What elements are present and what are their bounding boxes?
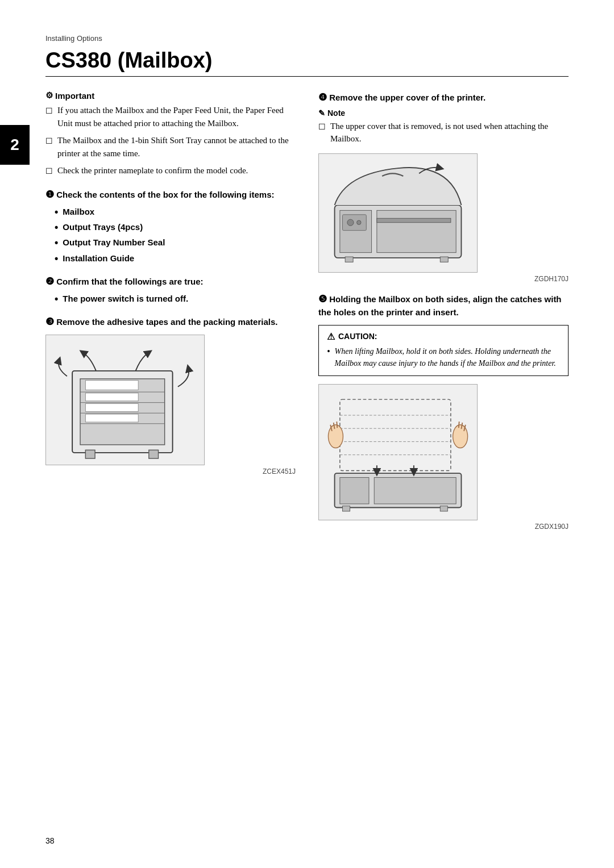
svg-point-35 (453, 425, 468, 448)
step-5-caption: ZGDX190J (318, 523, 569, 531)
svg-rect-8 (85, 404, 138, 412)
header-section: Installing Options CS380 (Mailbox) (45, 34, 569, 77)
checkbox-sym: ☐ (45, 165, 53, 177)
step-4: ❹ Remove the upper cover of the printer.… (318, 90, 569, 283)
list-item: The power switch is turned off. (55, 293, 296, 306)
svg-rect-26 (340, 399, 451, 470)
main-content: ⚙ Important ☐ If you attach the Mailbox … (45, 90, 569, 540)
svg-rect-20 (440, 257, 448, 262)
note-box: ✎ Note ☐ The upper cover that is removed… (318, 108, 569, 145)
checkbox-sym: ☐ (45, 105, 53, 117)
step-4-diagram (318, 153, 478, 273)
svg-rect-14 (377, 210, 456, 252)
note-label: ✎ Note (318, 108, 569, 118)
important-item-2: ☐ The Mailbox and the 1-bin Shift Sort T… (45, 134, 296, 160)
step-3: ❸ Remove the adhesive tapes and the pack… (45, 315, 296, 476)
caution-label: ⚠ CAUTION: (327, 331, 560, 342)
breadcrumb: Installing Options (45, 34, 569, 43)
step-2-heading: ❷ Confirm that the followings are true: (45, 274, 296, 289)
svg-rect-25 (440, 506, 447, 511)
list-item: Output Tray Number Seal (55, 236, 296, 249)
svg-point-17 (347, 219, 354, 226)
svg-rect-7 (85, 393, 138, 401)
step-5-heading: ❺ Holding the Mailbox on both sides, ali… (318, 292, 569, 319)
svg-rect-16 (343, 214, 367, 230)
caution-text: When lifting Mailbox, hold it on both si… (327, 345, 560, 370)
svg-rect-23 (374, 477, 456, 503)
checkbox-sym: ☐ (318, 121, 326, 133)
chapter-tab: 2 (0, 125, 30, 165)
step-1-heading: ❶ Check the contents of the box for the … (45, 187, 296, 202)
important-item-1: ☐ If you attach the Mailbox and the Pape… (45, 104, 296, 130)
step-3-caption: ZCEX451J (45, 468, 296, 475)
page-number: 38 (45, 836, 55, 845)
caution-box: ⚠ CAUTION: When lifting Mailbox, hold it… (318, 325, 569, 376)
step-1-list: Mailbox Output Trays (4pcs) Output Tray … (55, 206, 296, 266)
step-5: ❺ Holding the Mailbox on both sides, ali… (318, 292, 569, 531)
svg-rect-22 (340, 477, 369, 503)
list-item: Installation Guide (55, 252, 296, 265)
svg-rect-6 (85, 381, 138, 390)
step-3-diagram (45, 335, 205, 465)
svg-point-18 (357, 220, 361, 224)
warning-icon: ⚠ (327, 331, 335, 342)
svg-rect-15 (377, 218, 451, 222)
step-2: ❷ Confirm that the followings are true: … (45, 274, 296, 306)
important-item-3: ☐ Check the printer nameplate to confirm… (45, 164, 296, 177)
important-box: ⚙ Important ☐ If you attach the Mailbox … (45, 90, 296, 177)
step-4-caption: ZGDH170J (318, 275, 569, 283)
step-5-diagram (318, 384, 478, 520)
svg-point-31 (328, 425, 343, 448)
svg-rect-9 (85, 415, 138, 423)
step-1: ❶ Check the contents of the box for the … (45, 187, 296, 265)
important-label: ⚙ Important (45, 90, 296, 101)
step-2-list: The power switch is turned off. (55, 293, 296, 306)
svg-line-38 (459, 422, 459, 428)
svg-rect-24 (343, 506, 350, 511)
gear-icon: ⚙ (45, 90, 53, 101)
pencil-icon: ✎ (318, 108, 325, 118)
step-4-heading: ❹ Remove the upper cover of the printer. (318, 90, 569, 105)
chapter-number: 2 (10, 136, 19, 154)
right-column: ❹ Remove the upper cover of the printer.… (318, 90, 569, 540)
note-item-1: ☐ The upper cover that is removed, is no… (318, 120, 569, 145)
page-title: CS380 (Mailbox) (45, 48, 569, 73)
svg-rect-19 (345, 257, 353, 262)
svg-rect-10 (85, 450, 95, 459)
list-item: Output Trays (4pcs) (55, 221, 296, 234)
checkbox-sym: ☐ (45, 135, 53, 147)
left-column: ⚙ Important ☐ If you attach the Mailbox … (45, 90, 296, 540)
page-container: 2 Installing Options CS380 (Mailbox) ⚙ I… (0, 0, 614, 868)
mailbox-attach-svg (324, 387, 472, 518)
svg-line-34 (337, 422, 337, 428)
mailbox-unpack-svg (51, 337, 199, 462)
printer-cover-svg (324, 156, 472, 270)
svg-rect-11 (149, 450, 159, 459)
list-item: Mailbox (55, 206, 296, 219)
step-3-heading: ❸ Remove the adhesive tapes and the pack… (45, 315, 296, 329)
